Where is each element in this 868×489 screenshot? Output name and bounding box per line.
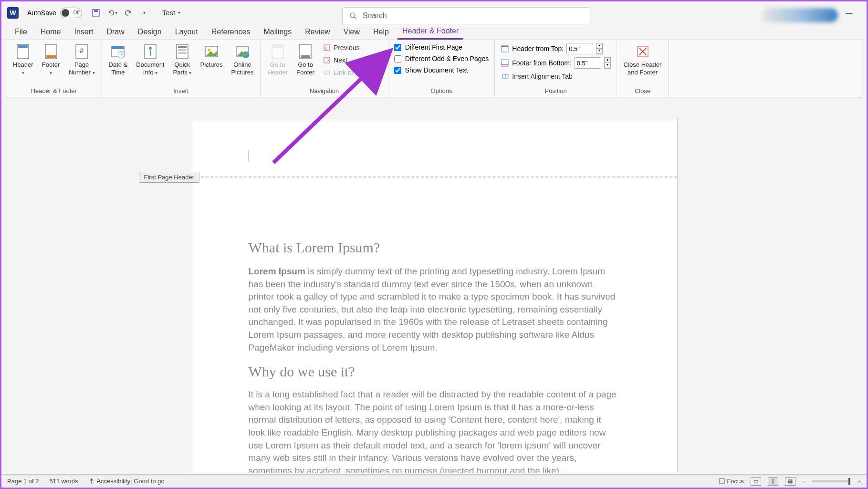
quick-parts-button[interactable]: Quick Parts ▾	[170, 42, 195, 78]
tab-review[interactable]: Review	[300, 25, 335, 39]
document-info-button[interactable]: Document Info ▾	[133, 42, 167, 78]
svg-rect-44	[720, 479, 724, 483]
paragraph-2: It is a long established fact that a rea…	[249, 388, 620, 473]
heading-2: Why do we use it?	[249, 362, 620, 382]
redo-button[interactable]	[123, 8, 134, 18]
first-page-header-tag: First Page Header	[139, 172, 200, 183]
footer-bottom-spinner[interactable]: ▴▾	[604, 57, 611, 69]
svg-rect-17	[150, 50, 151, 56]
group-label-insert: Insert	[106, 86, 257, 96]
document-page: First Page Header What is Lorem Ipsum? L…	[191, 119, 678, 473]
next-button[interactable]: Next	[320, 54, 384, 66]
previous-icon	[323, 44, 331, 52]
online-pictures-button[interactable]: Online Pictures	[228, 42, 256, 78]
different-odd-even-checkbox[interactable]: Different Odd & Even Pages	[392, 53, 491, 64]
show-document-text-checkbox[interactable]: Show Document Text	[392, 65, 491, 75]
zoom-slider[interactable]	[812, 480, 850, 482]
save-button[interactable]	[91, 8, 101, 18]
autosave-toggle[interactable]: AutoSave Off	[27, 8, 82, 18]
search-icon	[349, 12, 357, 20]
tab-insert[interactable]: Insert	[69, 25, 98, 39]
link-icon	[323, 69, 331, 76]
link-to-previous-button: Link to Previous	[320, 67, 384, 78]
go-to-footer-button[interactable]: Go to Footer	[293, 42, 317, 78]
status-bar: Page 1 of 2 511 words Accessibility: Goo…	[1, 474, 867, 488]
page-number-button[interactable]: #Page Number ▾	[66, 42, 98, 78]
pictures-button[interactable]: Pictures	[197, 42, 225, 71]
previous-button[interactable]: Previous	[320, 42, 384, 53]
alignment-tab-icon	[502, 73, 509, 80]
tab-header-footer[interactable]: Header & Footer	[397, 24, 463, 40]
svg-rect-27	[273, 45, 282, 48]
tab-view[interactable]: View	[339, 25, 365, 39]
user-account[interactable]	[762, 8, 838, 22]
text-cursor	[249, 151, 249, 161]
header-from-top-input[interactable]	[566, 43, 593, 54]
date-time-button[interactable]: Date & Time	[106, 42, 131, 78]
svg-rect-20	[178, 49, 187, 51]
web-layout-button[interactable]: ▦	[785, 477, 795, 486]
document-canvas[interactable]: First Page Header What is Lorem Ipsum? L…	[1, 97, 867, 473]
next-icon	[323, 56, 331, 64]
tab-help[interactable]: Help	[368, 25, 394, 39]
svg-rect-21	[178, 52, 187, 54]
footer-button[interactable]: Footer▾	[39, 42, 63, 78]
close-header-footer-button[interactable]: Close Header and Footer	[621, 42, 665, 78]
svg-rect-7	[46, 55, 56, 58]
ribbon-tabs: File Home Insert Draw Design Layout Refe…	[1, 24, 867, 40]
tab-mailings[interactable]: Mailings	[259, 25, 297, 39]
zoom-out-button[interactable]: −	[802, 478, 806, 485]
group-label-header-footer: Header & Footer	[10, 86, 98, 96]
print-layout-button[interactable]: ▯	[768, 477, 778, 486]
tab-draw[interactable]: Draw	[102, 25, 129, 39]
title-bar: W AutoSave Off ▾ ▾ Test▾ Search	[1, 1, 867, 24]
header-boundary	[191, 177, 677, 177]
svg-rect-1	[94, 10, 98, 12]
tab-references[interactable]: References	[207, 25, 255, 39]
header-area[interactable]	[191, 119, 677, 177]
ribbon: Header▾ Footer▾ #Page Number ▾ Header & …	[6, 40, 862, 97]
minimize-button[interactable]	[846, 13, 852, 14]
tab-layout[interactable]: Layout	[170, 25, 203, 39]
status-accessibility[interactable]: Accessibility: Good to go	[88, 478, 164, 485]
focus-mode-button[interactable]: Focus	[719, 478, 744, 485]
svg-rect-29	[301, 55, 310, 58]
footer-from-bottom-row: Footer from Bottom: ▴▾	[499, 56, 612, 70]
document-body: What is Lorem Ipsum? Lorem Ipsum is simp…	[191, 177, 677, 473]
svg-text:#: #	[80, 47, 84, 54]
status-page[interactable]: Page 1 of 2	[7, 478, 39, 485]
tab-design[interactable]: Design	[133, 25, 167, 39]
heading-1: What is Lorem Ipsum?	[249, 238, 620, 258]
go-to-header-button: Go to Header	[264, 42, 291, 78]
undo-button[interactable]: ▾	[107, 8, 117, 18]
focus-icon	[719, 478, 725, 484]
footer-bottom-icon	[501, 59, 509, 67]
autosave-label: AutoSave	[27, 9, 56, 17]
read-mode-button[interactable]: ▭	[751, 477, 761, 486]
insert-alignment-tab-button[interactable]: Insert Alignment Tab	[499, 71, 612, 82]
group-label-options: Options	[392, 86, 491, 96]
tab-home[interactable]: Home	[36, 25, 66, 39]
group-label-position: Position	[499, 86, 612, 96]
group-label-close: Close	[621, 86, 665, 96]
svg-rect-11	[112, 46, 124, 49]
header-top-icon	[501, 44, 509, 53]
svg-point-2	[350, 13, 355, 18]
status-words[interactable]: 511 words	[50, 478, 78, 485]
tab-file[interactable]: File	[10, 25, 32, 39]
word-app-icon: W	[7, 7, 19, 19]
customize-qat-button[interactable]: ▾	[139, 8, 150, 18]
paragraph-1: Lorem Ipsum is simply dummy text of the …	[249, 265, 620, 354]
document-title[interactable]: Test▾	[162, 9, 181, 17]
accessibility-icon	[88, 478, 95, 484]
header-button[interactable]: Header▾	[10, 42, 36, 78]
search-input[interactable]: Search	[342, 7, 590, 24]
header-top-spinner[interactable]: ▴▾	[596, 43, 603, 54]
header-from-top-row: Header from Top: ▴▾	[499, 42, 612, 55]
footer-from-bottom-input[interactable]	[575, 57, 601, 69]
svg-line-3	[355, 17, 356, 19]
svg-rect-5	[18, 45, 28, 48]
different-first-page-checkbox[interactable]: Different First Page	[392, 42, 491, 52]
zoom-in-button[interactable]: +	[857, 478, 861, 485]
svg-point-23	[208, 49, 210, 52]
